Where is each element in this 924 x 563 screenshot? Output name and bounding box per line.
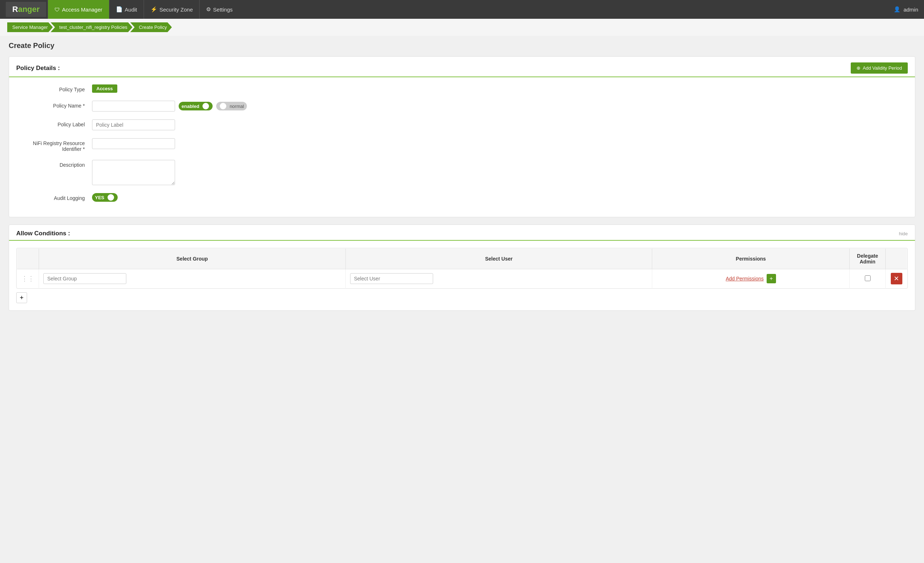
security-zone-icon: ⚡: [150, 6, 158, 13]
nav-settings[interactable]: ⚙ Settings: [199, 0, 239, 19]
allow-conditions-header: Allow Conditions : hide: [9, 225, 915, 241]
policy-type-row: Policy Type Access: [20, 84, 904, 93]
add-permissions-link[interactable]: Add Permissions: [726, 276, 764, 282]
add-validity-period-button[interactable]: ⊕ Add Validity Period: [851, 63, 908, 73]
breadcrumb: Service Manager test_cluster_nifi_regist…: [0, 19, 924, 36]
policy-name-label: Policy Name *: [20, 101, 92, 109]
hide-link[interactable]: hide: [899, 231, 908, 237]
audit-logging-label: Audit Logging: [20, 193, 92, 201]
breadcrumb-service-manager[interactable]: Service Manager: [7, 22, 53, 32]
resource-identifier-row: NiFi Registry Resource Identifier *: [20, 138, 904, 152]
conditions-body: Select Group Select User Permissions Del…: [9, 241, 915, 310]
policy-name-input[interactable]: [92, 101, 175, 112]
add-condition-row-button[interactable]: +: [16, 292, 27, 303]
policy-type-control: Access: [92, 84, 904, 93]
policy-name-row: Policy Name * enabled normal: [20, 101, 904, 112]
policy-type-badge: Access: [92, 84, 117, 93]
policy-details-form: Policy Type Access Policy Name * enabled: [9, 77, 915, 217]
page-title: Create Policy: [9, 42, 915, 50]
description-control: [92, 160, 904, 185]
top-nav: Ranger 🛡 Access Manager 📄 Audit ⚡ Securi…: [0, 0, 924, 19]
nav-access-manager[interactable]: 🛡 Access Manager: [48, 0, 109, 19]
description-input[interactable]: [92, 160, 175, 185]
permissions-cell: Add Permissions +: [652, 269, 850, 288]
conditions-table-body: ⋮⋮ Add Permissions +: [17, 269, 908, 288]
audit-logging-control: YES: [92, 193, 904, 202]
select-user-cell: [345, 269, 652, 288]
user-icon: 👤: [894, 6, 900, 13]
audit-icon: 📄: [116, 6, 123, 13]
policy-label-control: [92, 120, 904, 130]
audit-toggle-ball: [108, 194, 114, 201]
remove-row-button[interactable]: ✕: [891, 273, 902, 284]
policy-details-card: Policy Details : ⊕ Add Validity Period P…: [9, 56, 915, 217]
main-content: Policy Details : ⊕ Add Validity Period P…: [0, 53, 924, 326]
select-group-cell: [39, 269, 346, 288]
nav-user: 👤 admin: [894, 6, 918, 13]
resource-identifier-input[interactable]: [92, 138, 175, 149]
policy-label-row: Policy Label: [20, 120, 904, 130]
brand-name: R: [12, 5, 18, 14]
resource-identifier-label: NiFi Registry Resource Identifier *: [20, 138, 92, 152]
policy-name-control: enabled normal: [92, 101, 904, 112]
page-title-bar: Create Policy: [0, 36, 924, 53]
nav-security-zone[interactable]: ⚡ Security Zone: [144, 0, 200, 19]
breadcrumb-create-policy[interactable]: Create Policy: [130, 22, 172, 32]
description-label: Description: [20, 160, 92, 168]
allow-conditions-card: Allow Conditions : hide Select Group Sel…: [9, 225, 915, 311]
drag-col-header: [17, 249, 39, 269]
policy-label-label: Policy Label: [20, 120, 92, 127]
policy-label-input[interactable]: [92, 120, 175, 130]
settings-icon: ⚙: [206, 6, 211, 13]
brand-logo[interactable]: Ranger: [6, 2, 46, 17]
clock-icon: ⊕: [856, 65, 861, 71]
select-user-header: Select User: [345, 249, 652, 269]
description-row: Description: [20, 160, 904, 185]
conditions-table-header: Select Group Select User Permissions Del…: [17, 249, 908, 269]
shield-icon: 🛡: [54, 6, 60, 13]
drag-handle-icon[interactable]: ⋮⋮: [21, 275, 34, 282]
toggle-ball-enabled: [202, 103, 209, 109]
toggle-ball-normal: [220, 103, 226, 109]
audit-logging-toggle[interactable]: YES: [92, 193, 118, 202]
conditions-table-wrapper: Select Group Select User Permissions Del…: [16, 248, 908, 289]
breadcrumb-policies[interactable]: test_cluster_nifi_registry Policies: [51, 22, 132, 32]
table-row: ⋮⋮ Add Permissions +: [17, 269, 908, 288]
select-group-header: Select Group: [39, 249, 346, 269]
permissions-control: Add Permissions +: [657, 274, 845, 283]
normal-toggle[interactable]: normal: [216, 102, 247, 111]
resource-identifier-control: [92, 138, 904, 149]
policy-details-header: Policy Details : ⊕ Add Validity Period: [9, 57, 915, 77]
select-user-input[interactable]: [350, 273, 433, 284]
remove-row-cell: ✕: [886, 269, 908, 288]
audit-logging-row: Audit Logging YES: [20, 193, 904, 202]
action-col-header: [886, 249, 908, 269]
permissions-header: Permissions: [652, 249, 850, 269]
add-permissions-button[interactable]: +: [766, 274, 776, 283]
conditions-table: Select Group Select User Permissions Del…: [16, 248, 908, 288]
nav-audit[interactable]: 📄 Audit: [109, 0, 144, 19]
delegate-admin-header: DelegateAdmin: [850, 249, 886, 269]
select-group-input[interactable]: [44, 273, 126, 284]
drag-handle-cell: ⋮⋮: [17, 269, 39, 288]
enabled-toggle[interactable]: enabled: [178, 102, 213, 111]
delegate-admin-checkbox[interactable]: [865, 276, 871, 281]
delegate-admin-cell: [850, 269, 886, 288]
policy-type-label: Policy Type: [20, 84, 92, 92]
